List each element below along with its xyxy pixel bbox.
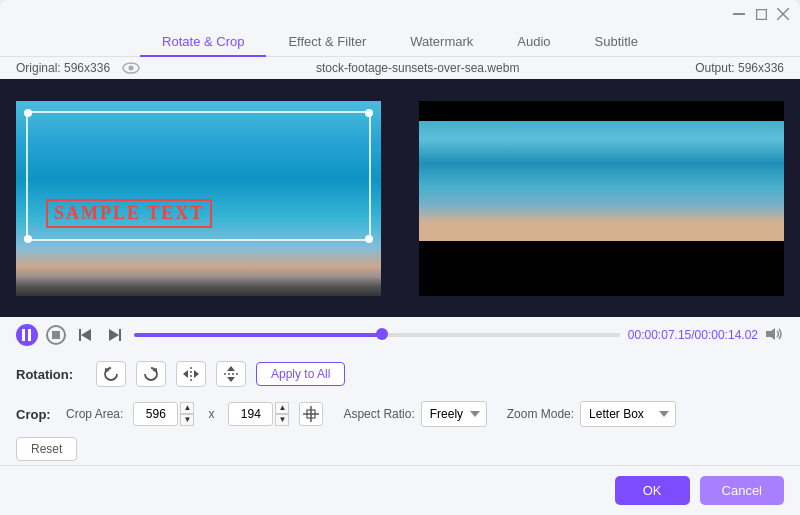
crop-handle-br[interactable]	[365, 235, 373, 243]
crop-height-spinner: ▲ ▼	[275, 402, 289, 426]
flip-horizontal-button[interactable]	[176, 361, 206, 387]
pause-button[interactable]	[16, 324, 38, 346]
svg-marker-11	[109, 329, 119, 341]
zoom-mode-group: Zoom Mode: Letter Box Pan & Scan Full	[507, 401, 676, 427]
tab-effect-filter[interactable]: Effect & Filter	[266, 28, 388, 57]
title-bar	[0, 0, 800, 28]
svg-marker-21	[227, 377, 235, 382]
next-button[interactable]	[104, 324, 126, 346]
svg-marker-20	[227, 366, 235, 371]
crop-width-group: ▲ ▼	[133, 402, 194, 426]
sample-text-overlay: SAMPLE TEXT	[46, 199, 212, 228]
svg-marker-17	[183, 370, 188, 378]
ok-button[interactable]: OK	[615, 476, 690, 505]
preview-right	[419, 101, 784, 296]
filename-label: stock-footage-sunsets-over-sea.webm	[316, 61, 519, 75]
aspect-ratio-group: Aspect Ratio: Freely 16:9 4:3 1:1	[343, 401, 486, 427]
reset-row: Reset	[0, 433, 800, 465]
svg-marker-13	[766, 328, 775, 340]
svg-rect-12	[119, 329, 121, 341]
player-controls: 00:00:07.15/00:00:14.02	[0, 317, 800, 353]
crop-handle-tr[interactable]	[365, 109, 373, 117]
tab-rotate-crop[interactable]: Rotate & Crop	[140, 28, 266, 57]
flip-vertical-button[interactable]	[216, 361, 246, 387]
svg-marker-18	[194, 370, 199, 378]
crop-handle-bl[interactable]	[24, 235, 32, 243]
dimension-separator: x	[208, 407, 214, 421]
preview-area: SAMPLE TEXT	[0, 79, 800, 317]
cancel-button[interactable]: Cancel	[700, 476, 784, 505]
tab-subtitle[interactable]: Subtitle	[573, 28, 660, 57]
crop-width-down[interactable]: ▼	[180, 414, 194, 426]
crop-height-input[interactable]	[228, 402, 273, 426]
close-button[interactable]	[776, 7, 790, 21]
eye-icon[interactable]	[122, 62, 140, 74]
right-black-top	[419, 101, 784, 121]
progress-bar[interactable]	[134, 333, 620, 337]
tab-watermark[interactable]: Watermark	[388, 28, 495, 57]
reset-button[interactable]: Reset	[16, 437, 77, 461]
original-size-label: Original: 596x336	[16, 61, 110, 75]
prev-button[interactable]	[74, 324, 96, 346]
crop-width-input[interactable]	[133, 402, 178, 426]
minimize-button[interactable]	[732, 7, 746, 21]
zoom-mode-select[interactable]: Letter Box Pan & Scan Full	[580, 401, 676, 427]
svg-rect-7	[28, 329, 31, 341]
crop-center-button[interactable]	[299, 402, 323, 426]
crop-height-group: ▲ ▼	[228, 402, 289, 426]
crop-row: Crop: Crop Area: ▲ ▼ x ▲ ▼ Aspect Ratio:…	[0, 395, 800, 433]
rotation-label: Rotation:	[16, 367, 86, 382]
svg-rect-1	[756, 9, 766, 19]
crop-label: Crop:	[16, 407, 56, 422]
rotate-left-button[interactable]	[96, 361, 126, 387]
crop-width-up[interactable]: ▲	[180, 402, 194, 414]
main-window: Rotate & Crop Effect & Filter Watermark …	[0, 0, 800, 515]
aspect-ratio-select[interactable]: Freely 16:9 4:3 1:1	[421, 401, 487, 427]
right-black-bottom	[419, 241, 784, 296]
aspect-ratio-label: Aspect Ratio:	[343, 407, 414, 421]
preview-left: SAMPLE TEXT	[16, 101, 381, 296]
rotate-right-button[interactable]	[136, 361, 166, 387]
footer: OK Cancel	[0, 465, 800, 515]
svg-rect-8	[52, 331, 60, 339]
svg-marker-9	[81, 329, 91, 341]
stop-button[interactable]	[46, 325, 66, 345]
svg-rect-0	[733, 13, 745, 15]
svg-rect-10	[79, 329, 81, 341]
rotation-row: Rotation: Apply to All	[0, 353, 800, 395]
crop-height-down[interactable]: ▼	[275, 414, 289, 426]
time-display: 00:00:07.15/00:00:14.02	[628, 328, 758, 342]
progress-fill	[134, 333, 382, 337]
progress-thumb[interactable]	[376, 328, 388, 340]
volume-icon[interactable]	[766, 327, 784, 344]
right-video-content	[419, 121, 784, 241]
maximize-button[interactable]	[754, 7, 768, 21]
info-bar: Original: 596x336 stock-footage-sunsets-…	[0, 57, 800, 79]
crop-width-spinner: ▲ ▼	[180, 402, 194, 426]
crop-handle-tl[interactable]	[24, 109, 32, 117]
crop-area-label: Crop Area:	[66, 407, 123, 421]
tab-audio[interactable]: Audio	[495, 28, 572, 57]
zoom-mode-label: Zoom Mode:	[507, 407, 574, 421]
svg-point-5	[129, 66, 134, 71]
apply-all-button[interactable]: Apply to All	[256, 362, 345, 386]
crop-height-up[interactable]: ▲	[275, 402, 289, 414]
tabs-bar: Rotate & Crop Effect & Filter Watermark …	[0, 28, 800, 57]
svg-rect-6	[22, 329, 25, 341]
output-size-label: Output: 596x336	[695, 61, 784, 75]
